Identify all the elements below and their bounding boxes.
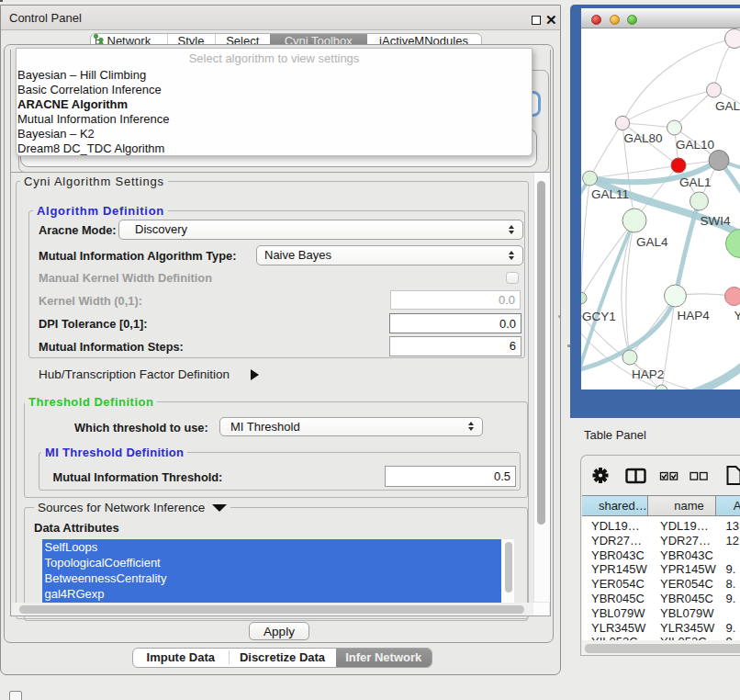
svg-text:GAL11: GAL11 bbox=[591, 187, 629, 201]
svg-text:GCY1: GCY1 bbox=[582, 310, 616, 323]
svg-text:HAP4: HAP4 bbox=[678, 309, 711, 322]
svg-text:GAL10: GAL10 bbox=[676, 138, 714, 152]
svg-text:SWI4: SWI4 bbox=[701, 214, 731, 228]
svg-text:GAL7: GAL7 bbox=[715, 99, 740, 113]
svg-text:Y: Y bbox=[734, 309, 740, 322]
svg-text:HAP2: HAP2 bbox=[632, 367, 664, 381]
svg-text:GAL80: GAL80 bbox=[624, 131, 663, 145]
svg-text:GAL4: GAL4 bbox=[636, 235, 668, 249]
svg-text:GAL1: GAL1 bbox=[679, 175, 712, 189]
